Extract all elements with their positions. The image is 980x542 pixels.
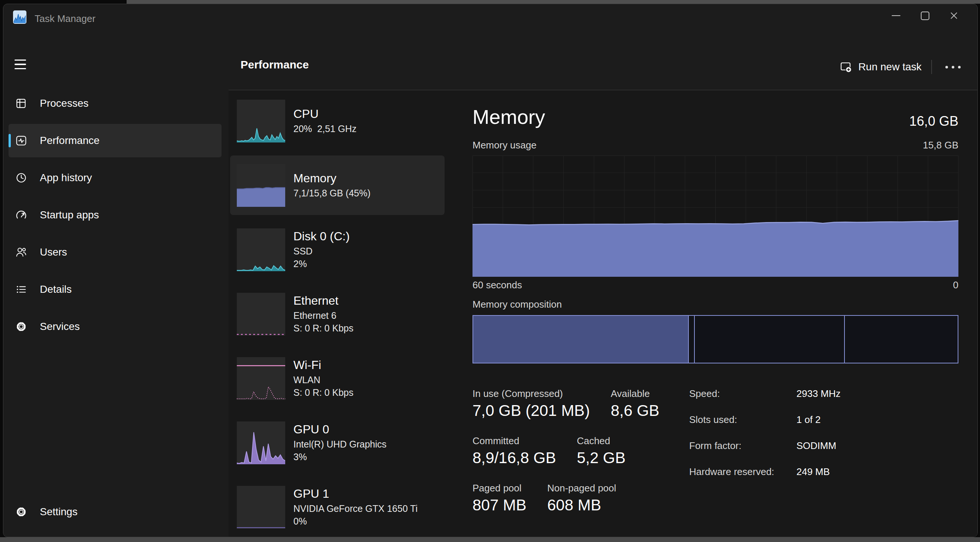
performance-card-disk-0-c[interactable]: Disk 0 (C:)SSD2%	[230, 220, 445, 279]
detail-title: Memory	[473, 105, 545, 128]
details-icon	[14, 283, 28, 296]
maximize-icon	[921, 11, 929, 20]
stat-value: 7,0 GB (201 MB)	[473, 401, 590, 420]
processes-icon	[14, 97, 28, 110]
close-button[interactable]	[939, 4, 969, 27]
run-new-task-button[interactable]: Run new task	[833, 56, 928, 78]
menu-button[interactable]	[14, 55, 34, 74]
hardware-row: Hardware reserved:249 MB	[689, 466, 841, 477]
hardware-info: Speed:2933 MHzSlots used:1 of 2Form fact…	[689, 388, 841, 492]
hardware-label: Speed:	[689, 388, 796, 399]
more-options-button[interactable]	[934, 56, 971, 78]
stat-value: 8,6 GB	[611, 401, 659, 420]
memory-composition-label: Memory composition	[473, 299, 562, 310]
services-icon	[14, 320, 28, 333]
stat-row: Paged pool807 MBNon-paged pool608 MB	[473, 482, 659, 515]
card-subtitle: WLAN	[293, 374, 353, 386]
sidebar-item-users[interactable]: Users	[9, 236, 221, 269]
performance-card-gpu-1[interactable]: GPU 1NVIDIA GeForce GTX 1650 Ti0%	[230, 477, 445, 537]
hardware-label: Hardware reserved:	[689, 466, 796, 477]
card-title: GPU 1	[293, 487, 417, 501]
card-subtitle: 3%	[293, 450, 387, 463]
stat-label: In use (Compressed)	[473, 388, 590, 399]
performance-icon	[14, 134, 28, 147]
memory-usage-label: Memory usage	[473, 139, 536, 151]
card-subtitle: 20% 2,51 GHz	[293, 122, 357, 135]
sidebar-item-details[interactable]: Details	[9, 273, 221, 306]
performance-card-ethernet[interactable]: EthernetEthernet 6S: 0 R: 0 Kbps	[230, 284, 445, 344]
sidebar-item-label: Users	[40, 246, 67, 258]
stat-label: Committed	[473, 435, 556, 446]
menu-icon	[14, 60, 26, 61]
composition-segment-standby	[695, 316, 845, 363]
sidebar-item-processes[interactable]: Processes	[9, 87, 221, 120]
hardware-row: Form factor:SODIMM	[689, 440, 841, 451]
stat-label: Paged pool	[473, 482, 527, 494]
maximize-button[interactable]	[910, 4, 939, 27]
app-history-icon	[14, 171, 28, 184]
sidebar-item-label: Startup apps	[40, 209, 99, 221]
app-title: Task Manager	[35, 13, 95, 25]
screen: Task Manager ProcessesPerformanceApp his…	[0, 0, 980, 542]
hardware-value: 1 of 2	[796, 414, 821, 425]
card-subtitle: S: 0 R: 0 Kbps	[293, 322, 353, 334]
stat-value: 5,2 GB	[577, 448, 625, 467]
memory-usage-max: 15,8 GB	[923, 139, 958, 151]
sidebar: ProcessesPerformanceApp historyStartup a…	[3, 34, 229, 537]
content-body: CPU20% 2,51 GHzMemory7,1/15,8 GB (45%)Di…	[229, 90, 977, 537]
card-title: Ethernet	[293, 294, 353, 307]
hardware-label: Slots used:	[689, 414, 796, 425]
time-axis-end-label: 0	[953, 279, 958, 291]
performance-card-cpu[interactable]: CPU20% 2,51 GHz	[230, 91, 445, 151]
sidebar-item-performance[interactable]: Performance	[9, 124, 221, 157]
mini-graph	[237, 228, 285, 271]
stat-label: Non-paged pool	[547, 482, 616, 494]
hardware-row: Speed:2933 MHz	[689, 388, 841, 399]
stat-cell: In use (Compressed)7,0 GB (201 MB)	[473, 388, 590, 420]
stat-value: 608 MB	[547, 496, 616, 515]
settings-icon	[14, 505, 28, 518]
sidebar-item-app-history[interactable]: App history	[9, 161, 221, 195]
performance-card-gpu-0[interactable]: GPU 0Intel(R) UHD Graphics3%	[230, 413, 445, 472]
sidebar-item-services[interactable]: Services	[9, 310, 221, 343]
mini-graph	[237, 164, 285, 207]
memory-usage-chart	[473, 155, 958, 277]
mini-graph	[237, 422, 285, 464]
card-subtitle: 7,1/15,8 GB (45%)	[293, 187, 371, 200]
sidebar-item-settings[interactable]: Settings	[9, 495, 221, 529]
more-icon	[945, 66, 948, 68]
users-icon	[14, 246, 28, 259]
time-axis-start-label: 60 seconds	[473, 279, 522, 291]
performance-card-list: CPU20% 2,51 GHzMemory7,1/15,8 GB (45%)Di…	[229, 90, 467, 537]
memory-detail-panel: Memory 16,0 GB Memory usage 15,8 GB 60 s…	[473, 90, 958, 537]
hardware-row: Slots used:1 of 2	[689, 414, 841, 425]
performance-card-wi-fi[interactable]: Wi-FiWLANS: 0 R: 0 Kbps	[230, 349, 445, 408]
memory-composition-bar	[473, 315, 958, 363]
card-subtitle: 0%	[293, 515, 417, 528]
card-subtitle: Intel(R) UHD Graphics	[293, 438, 387, 450]
sidebar-item-label: App history	[40, 172, 92, 184]
minimize-button[interactable]	[881, 4, 910, 27]
sidebar-item-startup-apps[interactable]: Startup apps	[9, 198, 221, 232]
close-icon	[950, 11, 958, 20]
card-subtitle: S: 0 R: 0 Kbps	[293, 386, 353, 399]
mini-graph	[237, 100, 285, 143]
run-new-task-icon	[840, 61, 852, 73]
composition-segment-modified	[689, 316, 695, 363]
card-subtitle: SSD	[293, 245, 350, 257]
sidebar-nav: ProcessesPerformanceApp historyStartup a…	[3, 87, 229, 347]
mini-graph	[237, 486, 285, 529]
sidebar-item-label: Performance	[40, 135, 99, 147]
sidebar-item-label: Services	[40, 321, 80, 333]
header-separator	[931, 60, 932, 74]
performance-card-memory[interactable]: Memory7,1/15,8 GB (45%)	[230, 155, 445, 215]
stat-cell: Paged pool807 MB	[473, 482, 527, 515]
memory-stats: In use (Compressed)7,0 GB (201 MB)Availa…	[473, 388, 659, 530]
card-subtitle: Ethernet 6	[293, 309, 353, 322]
sidebar-item-label: Settings	[40, 506, 78, 518]
card-subtitle: NVIDIA GeForce GTX 1650 Ti	[293, 502, 417, 515]
hardware-value: SODIMM	[796, 440, 836, 451]
stat-row: In use (Compressed)7,0 GB (201 MB)Availa…	[473, 388, 659, 420]
window-controls	[881, 4, 969, 27]
stat-row: Committed8,9/16,8 GBCached5,2 GB	[473, 435, 659, 467]
